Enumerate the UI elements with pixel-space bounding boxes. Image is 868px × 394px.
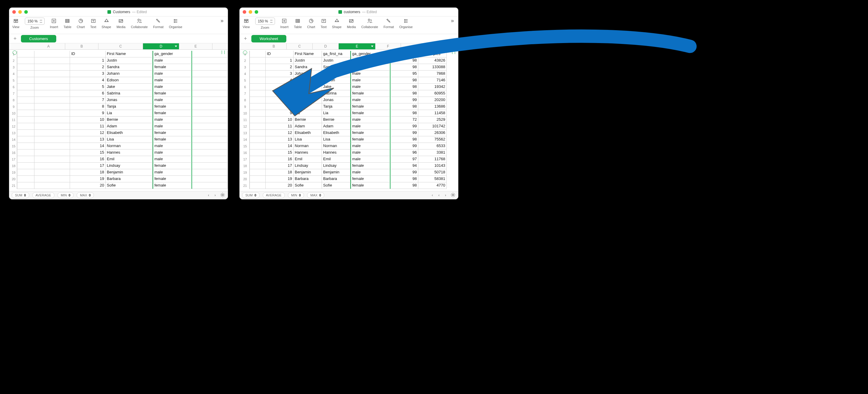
data-cell[interactable]: 13 bbox=[266, 136, 293, 143]
data-cell[interactable] bbox=[34, 70, 70, 77]
toolbar-table[interactable]: Table bbox=[294, 18, 302, 29]
row-header[interactable]: 6 bbox=[241, 84, 250, 90]
data-cell[interactable]: Tanja bbox=[322, 103, 350, 110]
data-cell[interactable]: female bbox=[153, 103, 192, 110]
row-header[interactable]: 21 bbox=[241, 183, 250, 189]
data-cell[interactable]: 18 bbox=[70, 169, 105, 176]
data-cell[interactable]: male bbox=[350, 57, 391, 64]
data-cell[interactable]: male bbox=[153, 57, 192, 64]
data-cell[interactable]: 16 bbox=[70, 156, 105, 163]
nav-prev[interactable]: ‹ bbox=[207, 193, 210, 197]
row-header[interactable]: 14 bbox=[10, 136, 17, 143]
row-header[interactable]: 12 bbox=[241, 123, 250, 130]
data-cell[interactable]: male bbox=[153, 70, 192, 77]
data-cell[interactable]: 5 bbox=[70, 84, 105, 90]
data-cell[interactable]: male bbox=[153, 169, 192, 176]
data-cell[interactable]: 14 bbox=[70, 143, 105, 150]
data-cell[interactable] bbox=[34, 136, 70, 143]
data-cell[interactable] bbox=[34, 117, 70, 123]
data-cell[interactable]: 133088 bbox=[418, 64, 447, 70]
data-cell[interactable]: Lia bbox=[293, 110, 322, 117]
data-cell[interactable]: female bbox=[153, 183, 192, 189]
data-cell[interactable]: Sabrina bbox=[322, 90, 350, 97]
data-cell[interactable]: male bbox=[153, 123, 192, 130]
toolbar-zoom[interactable]: 150 %Zoom bbox=[255, 18, 275, 29]
data-cell[interactable]: male bbox=[153, 117, 192, 123]
row-header[interactable]: 13 bbox=[241, 130, 250, 136]
data-cell[interactable]: Jake bbox=[293, 84, 322, 90]
data-cell[interactable]: 15 bbox=[266, 150, 293, 156]
data-cell[interactable]: male bbox=[350, 77, 391, 84]
data-cell[interactable]: Adam bbox=[105, 123, 153, 130]
row-header[interactable]: 16 bbox=[10, 150, 17, 156]
toolbar-shape[interactable]: Shape bbox=[102, 18, 111, 29]
data-cell[interactable]: male bbox=[153, 77, 192, 84]
toolbar-text[interactable]: Text bbox=[320, 18, 327, 29]
data-cell[interactable]: 12 bbox=[70, 130, 105, 136]
data-cell[interactable]: 75562 bbox=[418, 136, 447, 143]
header-cell[interactable]: First Name bbox=[293, 51, 322, 57]
data-cell[interactable]: Jonas bbox=[293, 97, 322, 103]
settings-gear-icon[interactable] bbox=[220, 192, 225, 198]
data-cell[interactable]: 99 bbox=[391, 143, 418, 150]
data-cell[interactable]: male bbox=[153, 84, 192, 90]
header-cell[interactable]: First Name bbox=[105, 51, 153, 57]
sheet-tab[interactable]: Customers bbox=[21, 35, 57, 42]
header-cell[interactable]: ga_gender bbox=[153, 51, 192, 57]
toolbar-zoom[interactable]: 150 %Zoom bbox=[25, 18, 44, 29]
data-cell[interactable]: 17 bbox=[70, 163, 105, 169]
data-cell[interactable]: 94 bbox=[391, 163, 418, 169]
nav-prev[interactable]: ‹ bbox=[431, 193, 434, 197]
data-cell[interactable]: 7868 bbox=[418, 70, 447, 77]
toolbar-collab[interactable]: Collaborate bbox=[361, 18, 378, 29]
data-cell[interactable] bbox=[34, 123, 70, 130]
data-cell[interactable]: Johann bbox=[293, 70, 322, 77]
select-all-handle[interactable] bbox=[10, 51, 19, 55]
data-cell[interactable] bbox=[192, 123, 228, 130]
toolbar-media[interactable]: Media bbox=[347, 18, 356, 29]
data-cell[interactable] bbox=[192, 103, 228, 110]
data-cell[interactable]: 11 bbox=[70, 123, 105, 130]
data-cell[interactable]: 1 bbox=[266, 57, 293, 64]
data-cell[interactable]: male bbox=[350, 150, 391, 156]
data-cell[interactable]: 15 bbox=[70, 150, 105, 156]
data-cell[interactable] bbox=[192, 156, 228, 163]
data-cell[interactable]: 10 bbox=[266, 117, 293, 123]
data-cell[interactable]: female bbox=[153, 110, 192, 117]
row-header[interactable]: 7 bbox=[241, 90, 250, 97]
data-cell[interactable]: female bbox=[350, 64, 391, 70]
data-cell[interactable]: Edison bbox=[293, 77, 322, 84]
row-header[interactable]: 15 bbox=[10, 143, 17, 150]
data-cell[interactable]: Elisabeth bbox=[105, 130, 153, 136]
data-cell[interactable]: female bbox=[350, 90, 391, 97]
data-cell[interactable]: Justin bbox=[293, 57, 322, 64]
data-cell[interactable]: 3 bbox=[266, 70, 293, 77]
col-header-C[interactable]: C bbox=[287, 43, 313, 49]
data-cell[interactable] bbox=[192, 163, 228, 169]
toolbar-view[interactable]: View bbox=[243, 18, 250, 29]
data-cell[interactable] bbox=[34, 97, 70, 103]
data-cell[interactable]: 58381 bbox=[418, 176, 447, 183]
toolbar-organise[interactable]: Organise bbox=[169, 18, 182, 29]
data-cell[interactable]: 20200 bbox=[418, 97, 447, 103]
data-cell[interactable]: Benjamin bbox=[105, 169, 153, 176]
data-cell[interactable] bbox=[192, 183, 228, 189]
data-cell[interactable] bbox=[192, 64, 228, 70]
data-cell[interactable]: female bbox=[350, 136, 391, 143]
toolbar-media[interactable]: Media bbox=[116, 18, 125, 29]
data-cell[interactable]: 7 bbox=[266, 97, 293, 103]
data-cell[interactable]: 72 bbox=[391, 117, 418, 123]
row-header[interactable]: 15 bbox=[241, 143, 250, 150]
status-sum[interactable]: SUM 0 bbox=[242, 192, 260, 198]
data-cell[interactable]: 98 bbox=[391, 103, 418, 110]
header-cell[interactable]: ga_samples bbox=[418, 51, 447, 57]
col-header-C[interactable]: C bbox=[98, 43, 143, 49]
data-cell[interactable]: 10 bbox=[70, 117, 105, 123]
data-cell[interactable]: Barbara bbox=[293, 176, 322, 183]
row-header[interactable]: 11 bbox=[10, 117, 17, 123]
data-cell[interactable]: Sandra bbox=[105, 64, 153, 70]
row-header[interactable]: 3 bbox=[241, 64, 250, 70]
data-cell[interactable] bbox=[192, 136, 228, 143]
data-cell[interactable]: Jake bbox=[322, 84, 350, 90]
data-cell[interactable]: Hannes bbox=[105, 150, 153, 156]
